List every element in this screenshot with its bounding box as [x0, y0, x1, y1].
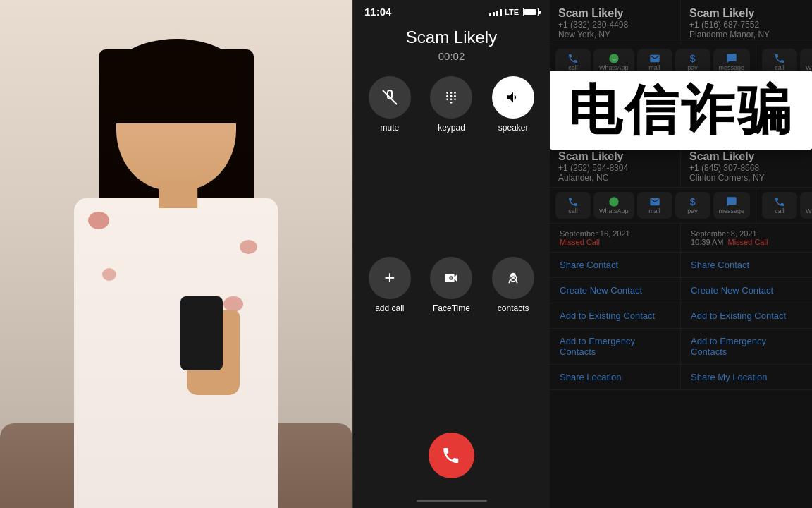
caller-name: Scam Likely	[353, 28, 550, 47]
status-bar: 11:04 LTE	[353, 0, 550, 20]
add-call-icon-circle: +	[369, 257, 411, 299]
end-call-area	[353, 433, 550, 500]
contacts-panel: Scam Likely +1 (332) 230-4498 New York, …	[550, 0, 812, 508]
keypad-icon-circle	[430, 76, 472, 119]
signal-bar-1	[489, 13, 491, 16]
svg-point-5	[455, 95, 457, 97]
popup-overlay: 电信诈骗	[550, 0, 812, 508]
lte-label: LTE	[505, 8, 519, 16]
mute-label: mute	[380, 123, 399, 133]
add-call-button[interactable]: + add call	[364, 257, 415, 426]
battery-fill	[524, 9, 536, 15]
svg-point-11	[450, 277, 453, 279]
facetime-button[interactable]: FaceTime	[426, 257, 477, 426]
contacts-button[interactable]: contacts	[488, 257, 539, 426]
keypad-label: keypad	[438, 123, 465, 133]
svg-point-6	[447, 98, 449, 100]
signal-bar-2	[493, 12, 495, 16]
status-icons: LTE	[489, 8, 539, 16]
svg-point-9	[450, 102, 453, 104]
speaker-label: speaker	[498, 123, 529, 133]
speaker-button[interactable]: speaker	[488, 76, 539, 246]
signal-bar-4	[500, 9, 502, 16]
svg-point-4	[450, 95, 453, 97]
call-timer: 00:02	[353, 50, 550, 62]
svg-point-2	[455, 92, 457, 94]
mute-button[interactable]: mute	[364, 76, 415, 246]
home-indicator	[417, 500, 487, 502]
svg-point-8	[455, 98, 457, 100]
contacts-icon-circle	[492, 257, 534, 299]
person-hair-top	[108, 39, 245, 123]
facetime-icon-circle	[430, 257, 472, 299]
phone-device-held	[180, 296, 223, 370]
chinese-text: 电信诈骗	[568, 83, 794, 137]
battery-tip	[539, 11, 541, 14]
contacts-label: contacts	[498, 303, 529, 313]
mute-icon-circle	[369, 76, 411, 119]
phone-call-screen: 11:04 LTE Scam Likely 00:02	[352, 0, 550, 508]
facetime-label: FaceTime	[433, 303, 470, 313]
svg-point-0	[447, 92, 449, 94]
signal-bars	[489, 8, 502, 16]
status-time: 11:04	[364, 6, 391, 18]
speaker-icon-circle	[492, 76, 534, 119]
person-neck	[159, 180, 197, 208]
chinese-text-popup: 电信诈骗	[550, 71, 812, 150]
photo-section	[0, 0, 352, 508]
signal-bar-3	[496, 11, 498, 16]
end-call-button[interactable]	[419, 423, 484, 488]
keypad-button[interactable]: keypad	[426, 76, 477, 246]
svg-point-1	[450, 92, 453, 94]
add-call-label: add call	[375, 303, 404, 313]
call-buttons-grid: mute keypad speaker	[353, 62, 550, 433]
battery-icon	[523, 8, 539, 16]
svg-point-7	[450, 98, 453, 100]
svg-point-3	[447, 95, 449, 97]
person-body	[74, 198, 278, 508]
